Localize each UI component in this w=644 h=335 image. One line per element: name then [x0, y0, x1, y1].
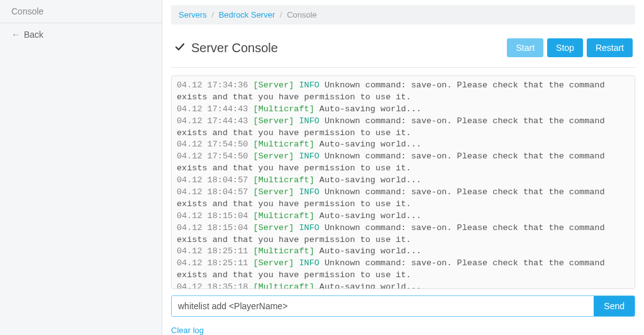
log-timestamp: 04.12 18:04:57 — [177, 175, 253, 185]
log-level: INFO — [299, 151, 325, 161]
sidebar-title: Console — [0, 0, 162, 23]
log-message: Auto-saving world... — [319, 104, 421, 114]
log-level: INFO — [299, 223, 325, 233]
log-line: 04.12 17:54:50 [Server] INFO Unknown com… — [177, 151, 630, 175]
log-timestamp: 04.12 18:04:57 — [177, 187, 253, 197]
log-level: INFO — [299, 80, 325, 90]
log-tag: [Multicraft] — [253, 140, 319, 149]
log-message: Auto-saving world... — [319, 282, 421, 289]
log-tag: [Multicraft] — [253, 246, 319, 256]
log-timestamp: 04.12 17:34:36 — [177, 80, 253, 90]
log-level: INFO — [299, 116, 325, 126]
command-row: Send — [171, 295, 635, 317]
log-timestamp: 04.12 17:44:43 — [177, 104, 253, 114]
log-message: Auto-saving world... — [319, 140, 421, 149]
log-tag: [Multicraft] — [253, 104, 319, 114]
log-line: 04.12 17:54:50 [Multicraft] Auto-saving … — [177, 139, 630, 151]
breadcrumb-current: Console — [287, 10, 317, 19]
log-message: Auto-saving world... — [319, 175, 421, 185]
log-level: INFO — [299, 187, 325, 197]
log-line: 04.12 18:04:57 [Multicraft] Auto-saving … — [177, 175, 630, 187]
log-message: Auto-saving world... — [319, 246, 421, 256]
log-timestamp: 04.12 18:35:18 — [177, 282, 253, 289]
log-line: 04.12 17:34:36 [Server] INFO Unknown com… — [177, 80, 630, 104]
log-tag: [Server] — [253, 116, 299, 126]
start-button[interactable]: Start — [507, 38, 543, 57]
log-timestamp: 04.12 17:44:43 — [177, 116, 253, 126]
log-level: INFO — [299, 258, 325, 268]
back-button[interactable]: ← Back — [0, 23, 162, 46]
log-line: 04.12 18:35:18 [Multicraft] Auto-saving … — [177, 282, 630, 289]
stop-button[interactable]: Stop — [547, 38, 583, 57]
title-row: Server Console Start Stop Restart — [171, 30, 635, 68]
log-timestamp: 04.12 17:54:50 — [177, 140, 253, 149]
breadcrumb-sep: / — [211, 10, 214, 19]
log-line: 04.12 18:25:11 [Multicraft] Auto-saving … — [177, 246, 630, 258]
breadcrumb-servers[interactable]: Servers — [179, 10, 207, 19]
log-tag: [Server] — [253, 187, 299, 197]
log-tag: [Server] — [253, 80, 299, 90]
command-input[interactable] — [172, 296, 594, 316]
console-output[interactable]: 04.12 17:34:36 [Server] INFO Unknown com… — [171, 75, 635, 289]
log-line: 04.12 18:15:04 [Server] INFO Unknown com… — [177, 222, 630, 246]
log-line: 04.12 18:25:11 [Server] INFO Unknown com… — [177, 258, 630, 282]
page-title: Server Console — [191, 41, 503, 55]
log-line: 04.12 18:04:57 [Server] INFO Unknown com… — [177, 187, 630, 211]
log-timestamp: 04.12 18:15:04 — [177, 223, 253, 233]
log-tag: [Server] — [253, 223, 299, 233]
log-timestamp: 04.12 18:25:11 — [177, 246, 253, 256]
check-icon — [175, 42, 185, 54]
log-timestamp: 04.12 18:25:11 — [177, 258, 253, 268]
log-timestamp: 04.12 18:15:04 — [177, 211, 253, 221]
back-arrow-icon: ← — [11, 30, 20, 40]
log-tag: [Multicraft] — [253, 211, 319, 221]
log-line: 04.12 18:15:04 [Multicraft] Auto-saving … — [177, 211, 630, 222]
log-tag: [Multicraft] — [253, 282, 319, 289]
log-line: 04.12 17:44:43 [Multicraft] Auto-saving … — [177, 104, 630, 116]
log-message: Auto-saving world... — [319, 211, 421, 221]
log-line: 04.12 17:44:43 [Server] INFO Unknown com… — [177, 116, 630, 140]
back-label: Back — [24, 30, 43, 40]
send-button[interactable]: Send — [594, 296, 635, 316]
clear-log-link[interactable]: Clear log — [171, 326, 635, 335]
breadcrumb: Servers / Bedrock Server / Console — [171, 5, 635, 25]
sidebar: Console ← Back — [0, 0, 162, 335]
log-tag: [Server] — [253, 151, 299, 161]
log-timestamp: 04.12 17:54:50 — [177, 151, 253, 161]
breadcrumb-sep: / — [280, 10, 282, 19]
restart-button[interactable]: Restart — [587, 38, 633, 57]
log-tag: [Multicraft] — [253, 175, 319, 185]
log-tag: [Server] — [253, 258, 299, 268]
breadcrumb-bedrock[interactable]: Bedrock Server — [219, 10, 275, 19]
